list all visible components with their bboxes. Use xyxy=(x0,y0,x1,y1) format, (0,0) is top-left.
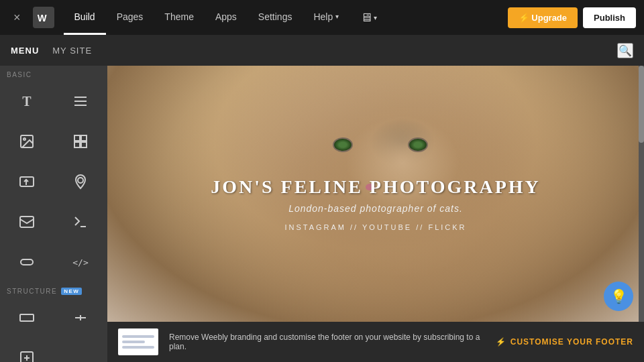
tab-theme[interactable]: Theme xyxy=(154,0,205,35)
tool-more[interactable] xyxy=(0,338,54,362)
menu-label: MENU xyxy=(11,46,39,56)
footer-preview-lines xyxy=(122,335,154,349)
tool-slideshow[interactable] xyxy=(0,162,54,202)
structure-section-label: STRUCTURE NEW xyxy=(0,282,107,298)
svg-point-5 xyxy=(23,138,25,140)
svg-rect-13 xyxy=(20,217,34,227)
tab-apps[interactable]: Apps xyxy=(205,0,248,35)
svg-point-12 xyxy=(78,178,83,183)
website-preview[interactable]: JON'S FELINE PHOTOGRAPHY London-based ph… xyxy=(107,66,644,322)
device-selector[interactable]: 🖥 ▾ xyxy=(355,11,382,25)
tool-gallery[interactable] xyxy=(54,121,107,162)
tool-button[interactable] xyxy=(0,242,54,282)
publish-button[interactable]: Publish xyxy=(583,7,636,28)
tool-embed[interactable] xyxy=(54,202,107,242)
site-name: MY SITE xyxy=(52,46,92,56)
cat-eye-left xyxy=(333,137,353,152)
hero-text: JON'S FELINE PHOTOGRAPHY London-based ph… xyxy=(211,176,541,231)
svg-rect-6 xyxy=(74,135,80,141)
structure-tools-grid xyxy=(0,298,107,362)
footer-bar: Remove Weebly branding and customise the… xyxy=(107,322,644,362)
tool-code[interactable]: </> xyxy=(54,242,107,282)
customise-footer-button[interactable]: ⚡ CUSTOMISE YOUR FOOTER xyxy=(496,337,633,347)
weebly-logo: W xyxy=(33,7,54,28)
lightbulb-button[interactable]: 💡 xyxy=(604,282,633,311)
nav-tabs: Build Pages Theme Apps Settings Help ▾ 🖥… xyxy=(64,0,508,35)
scrollbar[interactable] xyxy=(639,66,644,322)
svg-rect-16 xyxy=(20,314,34,321)
tool-form[interactable] xyxy=(0,202,54,242)
footer-line xyxy=(122,346,154,349)
hero-section: JON'S FELINE PHOTOGRAPHY London-based ph… xyxy=(107,66,644,322)
footer-line xyxy=(122,341,145,343)
canvas-area: JON'S FELINE PHOTOGRAPHY London-based ph… xyxy=(107,66,644,362)
hero-title: JON'S FELINE PHOTOGRAPHY xyxy=(211,176,541,198)
basic-section-label: BASIC xyxy=(0,66,107,81)
tool-map[interactable] xyxy=(54,162,107,202)
tool-section[interactable] xyxy=(0,298,54,338)
new-badge: NEW xyxy=(61,288,82,295)
tab-settings[interactable]: Settings xyxy=(248,0,303,35)
footer-preview-icon xyxy=(118,328,158,355)
tool-text[interactable]: T xyxy=(0,81,54,121)
search-button[interactable]: 🔍 xyxy=(617,43,633,58)
footer-text: Remove Weebly branding and customise the… xyxy=(169,333,485,351)
basic-tools-grid: T xyxy=(0,81,107,282)
topbar-right: ⚡ Upgrade Publish xyxy=(508,7,636,28)
tool-image[interactable] xyxy=(0,121,54,162)
sidebar: BASIC T xyxy=(0,66,107,362)
hero-links: INSTAGRAM // YOUTUBE // FLICKR xyxy=(211,223,541,231)
main-area: BASIC T xyxy=(0,66,644,362)
lightning-icon: ⚡ xyxy=(496,337,506,347)
help-dropdown-arrow: ▾ xyxy=(335,13,339,20)
svg-text:W: W xyxy=(37,13,46,23)
topbar: × W Build Pages Theme Apps Settings Help… xyxy=(0,0,644,35)
scrollbar-thumb xyxy=(639,66,644,143)
tool-paragraph[interactable] xyxy=(54,81,107,121)
hero-subtitle: London-based photographer of cats. xyxy=(211,203,541,214)
svg-rect-8 xyxy=(74,142,80,147)
footer-line xyxy=(122,335,154,338)
tool-divider[interactable] xyxy=(54,298,107,338)
svg-rect-7 xyxy=(81,135,87,141)
cat-eye-right xyxy=(408,137,428,152)
tab-help[interactable]: Help ▾ xyxy=(303,0,350,35)
upgrade-button[interactable]: ⚡ Upgrade xyxy=(508,7,578,28)
svg-rect-9 xyxy=(81,142,87,147)
svg-rect-15 xyxy=(21,259,33,265)
site-header: MENU MY SITE 🔍 xyxy=(0,35,644,66)
tab-build[interactable]: Build xyxy=(64,0,106,35)
close-button[interactable]: × xyxy=(8,5,26,30)
tab-pages[interactable]: Pages xyxy=(106,0,154,35)
